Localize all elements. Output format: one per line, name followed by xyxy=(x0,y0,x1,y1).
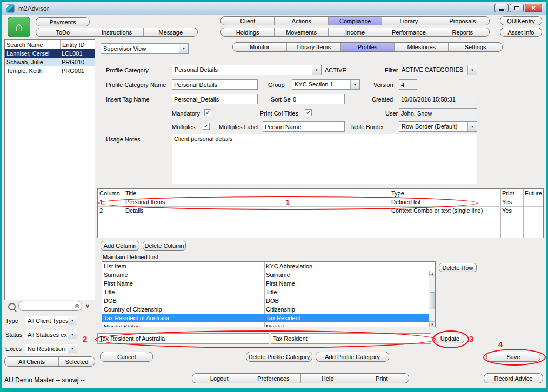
delete-row-button[interactable]: Delete Row xyxy=(439,263,477,272)
view-selector-dropdown[interactable]: Supervisor View ▼ xyxy=(101,43,189,54)
client-id: LCL001 xyxy=(60,49,95,58)
selected-button[interactable]: Selected xyxy=(59,357,95,366)
todo-button[interactable]: ToDo xyxy=(36,28,90,36)
defined-list-row[interactable]: Marital Status Marital xyxy=(102,322,429,327)
profile-category-dropdown[interactable]: Personal Details ▼ xyxy=(172,65,322,75)
client-name: Lanniser, Cersei xyxy=(5,49,60,58)
main-nav-row2: Holdings Movements Income Performance Re… xyxy=(220,28,490,37)
insert-tag-name-field[interactable] xyxy=(172,94,258,104)
logout-button[interactable]: Logout xyxy=(192,374,246,383)
instructions-button[interactable]: Instructions xyxy=(90,28,144,36)
row-future xyxy=(523,206,544,215)
cancel-button[interactable]: Cancel xyxy=(100,352,153,362)
tab-milestones[interactable]: Milestones xyxy=(395,43,449,51)
list-item-edit-field[interactable] xyxy=(97,333,269,344)
scroll-down-icon[interactable]: ▼ xyxy=(429,321,436,327)
nav-movements[interactable]: Movements xyxy=(275,28,328,36)
multiples-checkbox[interactable]: ✔ xyxy=(203,123,210,130)
defined-list-row[interactable]: Surname Surname xyxy=(102,271,429,279)
type-dropdown[interactable]: All Client Types ▼ xyxy=(25,316,77,325)
client-list-panel: Search Name Entity ID Lanniser, Cersei L… xyxy=(4,39,95,300)
table-border-value: Row Border (Default) xyxy=(399,122,467,131)
all-clients-button[interactable]: All Clients xyxy=(5,357,59,366)
mandatory-checkbox[interactable]: ✔ xyxy=(204,109,211,116)
usage-notes-field[interactable]: Client personal details xyxy=(172,134,477,184)
defined-list-row[interactable]: Title Title xyxy=(102,288,429,296)
defined-list-row[interactable]: First Name First Name xyxy=(102,279,429,288)
col-entity-id[interactable]: Entity ID xyxy=(60,40,95,49)
scroll-up-icon[interactable]: ▲ xyxy=(429,271,436,276)
nav-proposals[interactable]: Proposals xyxy=(436,17,489,25)
row-type: Defined list xyxy=(390,198,500,206)
status-label: Status xyxy=(5,332,22,338)
update-button[interactable]: Update xyxy=(436,334,464,343)
record-advice-button[interactable]: Record Advice xyxy=(484,373,543,383)
maintain-defined-list-title: Maintain Defined List xyxy=(103,254,158,260)
nav-actions[interactable]: Actions xyxy=(275,17,328,25)
asset-info-button[interactable]: Asset Info xyxy=(500,28,542,37)
nav-income[interactable]: Income xyxy=(329,28,382,36)
print-col-titles-checkbox[interactable]: ✔ xyxy=(305,109,312,116)
execs-dropdown[interactable]: No Restriction ▼ xyxy=(25,344,77,353)
nav-compliance[interactable]: Compliance xyxy=(329,17,382,25)
client-row[interactable]: Lanniser, Cersei LCL001 xyxy=(5,49,95,58)
defined-list-scrollbar[interactable]: ▲ ▼ xyxy=(429,271,436,327)
nav-performance[interactable]: Performance xyxy=(382,28,436,36)
row-title: Personal Items xyxy=(124,198,390,206)
filter-dropdown[interactable]: ACTIVE CATEGORIES ▼ xyxy=(399,65,477,75)
maximize-button[interactable] xyxy=(510,4,524,12)
filter-label: Filter xyxy=(385,67,398,73)
multiples-label-field[interactable] xyxy=(263,121,345,132)
scrollbar-thumb[interactable] xyxy=(430,292,435,309)
minimize-button[interactable] xyxy=(494,4,509,12)
delete-column-button[interactable]: Delete Column xyxy=(143,241,186,251)
dl-abbrev: Surname xyxy=(264,271,429,279)
print-button[interactable]: Print xyxy=(355,374,409,383)
left-nav-group: ToDo Instructions Message xyxy=(36,28,198,37)
tab-profiles[interactable]: Profiles xyxy=(341,43,395,51)
kyc-abbreviation-edit-field[interactable] xyxy=(271,333,431,344)
add-column-button[interactable]: Add Column xyxy=(101,241,139,251)
client-row[interactable]: Temple, Keith PRG001 xyxy=(5,66,95,75)
quikentry-button[interactable]: QUIKentry xyxy=(500,16,542,25)
columns-table-row[interactable]: 2 Details Context Combo or text (single … xyxy=(98,206,544,215)
search-expand-chevron-icon[interactable]: ∨ xyxy=(85,302,90,309)
tab-settings[interactable]: Settings xyxy=(449,43,502,51)
client-row[interactable]: Schwab, Julie PRG010 xyxy=(5,58,95,66)
check-icon: ✔ xyxy=(204,124,208,129)
status-dropdown[interactable]: All Statuses ex ▼ xyxy=(25,330,77,339)
sort-seq-field[interactable] xyxy=(291,94,345,104)
tab-monitor[interactable]: Monitor xyxy=(233,43,287,51)
message-button[interactable]: Message xyxy=(144,28,197,36)
nav-reports[interactable]: Reports xyxy=(436,28,489,36)
created-label: Created xyxy=(372,96,393,103)
nav-library[interactable]: Library xyxy=(382,17,436,25)
table-border-dropdown[interactable]: Row Border (Default) ▼ xyxy=(399,121,477,132)
group-dropdown[interactable]: KYC Section 1 ▼ xyxy=(292,79,360,90)
col-header-title: Title xyxy=(124,189,390,198)
payments-button[interactable]: Payments xyxy=(36,17,90,26)
multiples-label: Multiples xyxy=(172,124,195,130)
defined-list-row[interactable]: Country of Citizenship Citizenship xyxy=(102,305,429,314)
add-profile-category-button[interactable]: Add Profile Category xyxy=(316,352,389,362)
columns-table-row[interactable]: 1 Personal Items Defined list Yes xyxy=(98,198,544,206)
col-search-name[interactable]: Search Name xyxy=(5,40,60,49)
defined-list-row[interactable]: DOB DOB xyxy=(102,296,429,305)
dropdown-arrow-icon: ▼ xyxy=(68,316,77,325)
help-button[interactable]: Help xyxy=(301,374,355,383)
nav-client[interactable]: Client xyxy=(221,17,275,25)
dl-abbrev: Tax Resident xyxy=(264,314,429,322)
nav-holdings[interactable]: Holdings xyxy=(221,28,275,36)
delete-profile-category-button[interactable]: Delete Profile Category xyxy=(246,352,312,362)
search-input[interactable] xyxy=(18,301,82,311)
save-button[interactable]: Save xyxy=(486,352,540,362)
tab-library-items[interactable]: Library Items xyxy=(287,43,341,51)
insert-tag-name-label: Insert Tag Name xyxy=(106,96,150,103)
active-flag: ACTIVE xyxy=(325,67,346,73)
profile-category-name-field[interactable] xyxy=(172,79,258,90)
preferences-button[interactable]: Preferences xyxy=(246,374,300,383)
defined-list-row-selected[interactable]: Tax Resident of Australia Tax Resident xyxy=(102,314,429,322)
home-button[interactable]: ⌂ xyxy=(8,17,30,37)
close-button[interactable]: × xyxy=(525,4,542,12)
clear-search-icon[interactable]: ⊗ xyxy=(74,302,80,309)
